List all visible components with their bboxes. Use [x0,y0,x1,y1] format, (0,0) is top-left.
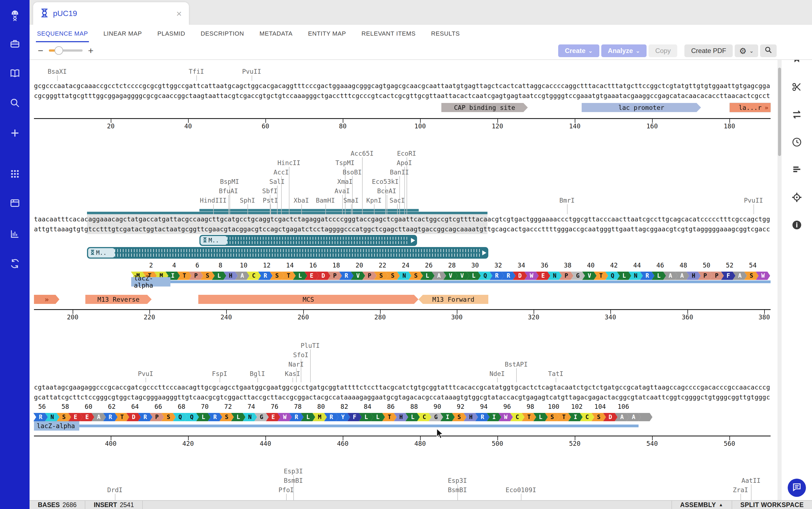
enzyme-label[interactable]: SphI [240,197,255,204]
sequence-map-canvas[interactable]: BsaXITfiIPvuIIgcgcccaatacgcaaaccgcctctcc… [0,0,812,509]
enzyme-label[interactable]: ZraI [733,486,748,494]
sequence-bottom-strand[interactable]: attgttaaagtgtgtcctttgtcgatactggtactaatgc… [34,225,770,234]
enzyme-label[interactable]: HincII [277,159,300,166]
enzyme-label[interactable]: BglI [250,370,265,377]
aa-residue[interactable]: R [33,413,48,421]
enzyme-label[interactable]: TfiI [189,68,204,75]
enzyme-label[interactable]: Acc65I [351,150,373,157]
tab-entity-map[interactable]: ENTITY MAP [308,25,346,42]
enzyme-label[interactable]: BsmBI [284,477,303,484]
history-icon[interactable] [791,137,802,148]
enzyme-label[interactable]: Eco0109I [506,486,537,494]
primer-chip[interactable]: M.. [88,248,115,258]
zoom-out-button[interactable]: − [38,45,43,56]
primer-match-bar[interactable]: M.. [199,235,417,246]
sequence-top-strand[interactable]: gcgcccaatacgcaaaccgcctctccccgcgcgttggccg… [34,81,770,91]
tab-relevant-items[interactable]: RELEVANT ITEMS [361,25,416,42]
enzyme-label[interactable]: BsmBI [448,486,467,494]
enzyme-label[interactable]: BspMI [220,178,239,185]
tab-results[interactable]: RESULTS [431,25,460,42]
sequence-top-strand[interactable]: cgtaatagcgaagaggcccgcaccgatcgcccttcccaac… [34,382,770,392]
enzyme-label[interactable]: PvuI [138,370,153,377]
tab-description[interactable]: DESCRIPTION [201,25,244,42]
enzyme-label[interactable]: SmaI [343,197,358,204]
enzyme-label[interactable]: EcoRI [397,150,416,157]
tab-metadata[interactable]: METADATA [259,25,292,42]
enzyme-label[interactable]: XmaI [337,178,352,185]
create-pdf-button[interactable]: Create PDF [684,44,733,57]
swap-strands-icon[interactable] [791,109,802,121]
enzyme-label[interactable]: SfoI [293,351,308,359]
enzyme-label[interactable]: DrdI [107,486,122,494]
sequence-bottom-strand[interactable]: gcattatcgcttctccgggcgtggctagcgggaagggttg… [34,393,770,402]
enzyme-label[interactable]: Esp3I [448,477,467,484]
enzyme-label[interactable]: HindIII [200,197,227,204]
enzyme-label[interactable]: NdeI [489,370,505,377]
enzyme-label[interactable]: TatI [548,370,563,377]
copy-button[interactable]: Copy [649,44,677,57]
analyze-button[interactable]: Analyze ⌄ [601,44,647,57]
analytics-icon[interactable] [10,229,20,240]
briefcase-icon[interactable] [10,38,20,50]
enzyme-label[interactable]: XbaI [294,197,309,204]
enzyme-label[interactable]: BceAI [377,188,396,195]
lacz-alpha-label[interactable]: lacZ-alpha [34,421,79,431]
enzyme-label[interactable]: SalI [269,178,285,185]
enzyme-label[interactable]: Eco53kI [372,178,399,185]
tab-close-icon[interactable]: × [176,9,182,18]
enzyme-label[interactable]: FspI [212,370,227,377]
library-icon[interactable] [10,68,20,79]
feature-annotation[interactable]: la...r» [730,103,771,112]
scissors-icon[interactable] [791,82,802,93]
enzyme-label[interactable]: ApoI [397,159,412,166]
feature-annotation[interactable]: CAP binding site [441,103,528,112]
zoom-slider[interactable] [49,49,83,52]
tab-plasmid[interactable]: PLASMID [157,25,185,42]
enzyme-label[interactable]: PfoI [279,486,294,494]
search-button[interactable] [760,44,777,57]
enzyme-label[interactable]: SacI [389,197,404,204]
enzyme-label[interactable]: KasI [285,370,300,377]
zoom-slider-knob[interactable] [55,46,63,55]
target-icon[interactable] [791,192,802,204]
split-workspace-button[interactable]: SPLIT WORKSPACE [732,501,812,509]
search-icon[interactable] [10,98,20,109]
enzyme-label[interactable]: BsoBI [343,169,361,176]
assembly-toggle[interactable]: ASSEMBLY ▲ [672,501,732,509]
projects-icon[interactable] [10,198,20,209]
enzyme-label[interactable]: SbfI [262,188,277,195]
enzyme-label[interactable]: BfuAI [219,188,238,195]
primer-chip[interactable]: M.. [200,236,227,245]
create-button[interactable]: Create ⌄ [558,44,599,57]
enzyme-label[interactable]: KpnI [366,197,382,204]
enzyme-label[interactable]: BamHI [316,197,335,204]
enzyme-label[interactable]: NarI [288,361,303,368]
info-icon[interactable] [791,220,802,231]
feature-annotation[interactable]: M13 Reverse [85,295,152,304]
enzyme-label[interactable]: BstAPI [505,361,527,368]
enzyme-label[interactable]: BanII [390,169,409,176]
enzyme-label[interactable]: BsaXI [47,68,67,75]
enzyme-label[interactable]: PvuII [242,68,261,75]
enzyme-label[interactable]: AvaI [334,188,350,195]
feature-annotation[interactable]: MCS [198,295,418,304]
vertical-scrollbar[interactable] [777,59,782,501]
enzyme-label[interactable]: PvuII [744,197,763,204]
tab-sequence-map[interactable]: SEQUENCE MAP [37,25,88,42]
enzyme-label[interactable]: AccI [273,169,289,176]
feature-annotation[interactable]: M13 Forward [418,295,488,304]
feature-annotation[interactable]: lac promoter [582,103,701,112]
enzyme-label[interactable]: BmrI [559,197,575,204]
zoom-in-button[interactable]: + [88,45,94,56]
enzyme-label[interactable]: PluTI [300,342,320,349]
sync-icon[interactable] [10,258,20,270]
chat-button[interactable] [788,479,806,497]
sequence-bottom-strand[interactable]: cgcgggttatgcgtttggcggagaggggcgcgcaaccggc… [34,91,770,100]
scrollbar-thumb[interactable] [778,68,781,156]
tab-puc19[interactable]: pUC19 × [33,2,189,25]
enzyme-label[interactable]: Esp3I [284,468,303,475]
settings-button[interactable]: ⚙ ⌄ [735,44,758,57]
primer-match-bar[interactable]: M.. [87,247,488,259]
enzyme-label[interactable]: TspMI [335,159,354,166]
enzyme-label[interactable]: AatII [741,477,760,484]
